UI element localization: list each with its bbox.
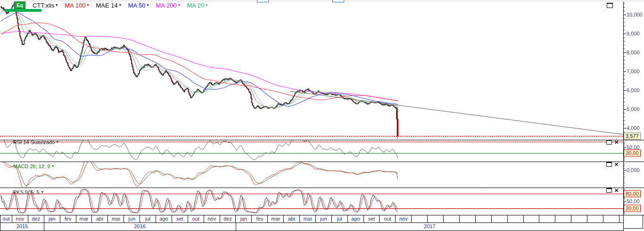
month-cell: jan (44, 215, 60, 222)
month-cell: jun (124, 215, 140, 222)
chevron-down-icon: ▾ (206, 3, 208, 7)
symbol-dropdown[interactable]: CTT:xlis ▾ (33, 2, 58, 9)
month-cell: out (0, 215, 12, 222)
ma-50-label: MA 50 (128, 2, 146, 9)
maximize-icon[interactable] (606, 162, 612, 167)
x-axis-months: outnovdezjanfevmarabrmaijunjulagosetoutn… (0, 215, 624, 223)
stoch-axis-label: 50,00 (627, 198, 640, 204)
month-cell: fev (252, 215, 268, 222)
month-cell-empty (492, 215, 508, 222)
month-cell: set (364, 215, 380, 222)
stoch-axis-label: 80,00 (624, 190, 641, 197)
chevron-down-icon: ▾ (119, 3, 121, 7)
month-cell-empty (412, 215, 428, 222)
tab-fragment (257, 0, 269, 2)
axis-corner-box (623, 215, 643, 229)
stoch-panel-controls: ✕ (606, 188, 619, 193)
month-cell: mai (300, 215, 316, 222)
stoch-panel-dropdown[interactable]: PKS 9; 5; 5 ▾ (13, 189, 43, 195)
year-cell: 2017 (236, 223, 624, 231)
chevron-down-icon: ▾ (41, 190, 43, 194)
mae-14-dropdown[interactable]: MAE 14 ▾ (96, 2, 121, 9)
y-axis-tick-label: 5,000 (627, 106, 640, 112)
price-chart-canvas[interactable] (0, 0, 644, 231)
month-cell: abr (92, 215, 108, 222)
rsi-panel-controls: ✕ (606, 140, 619, 145)
month-cell-empty (587, 215, 603, 222)
month-cell: out (188, 215, 204, 222)
month-cell: jan (236, 215, 252, 222)
chart-application-window: Eq CTT:xlis ▾ MA 100 ▾ MAE 14 ▾ MA 50 ▾ … (0, 0, 644, 231)
stoch-axis-label: 20,00 (624, 205, 641, 212)
close-icon[interactable]: ✕ (614, 140, 619, 145)
ma-20-dropdown[interactable]: MA 20 ▾ (187, 2, 208, 9)
symbol-label: CTT:xlis (33, 2, 54, 9)
chevron-down-icon: ▾ (57, 140, 58, 144)
month-cell: mai (108, 215, 124, 222)
rsi-panel-title: RSI 14 Suavizado (13, 139, 55, 145)
month-cell-empty (476, 215, 492, 222)
ma-100-label: MA 100 (65, 2, 85, 9)
month-cell: jun (316, 215, 332, 222)
mae-14-label: MAE 14 (96, 2, 117, 9)
y-axis-tick-label: 7,000 (627, 68, 640, 74)
last-price-tag: 3,577 (624, 133, 641, 140)
month-cell-empty (524, 215, 540, 222)
chevron-down-icon: ▾ (87, 3, 89, 7)
close-icon[interactable]: ✕ (614, 188, 619, 193)
y-axis-tick-label: 10,000 (627, 12, 643, 17)
rsi-axis-label: 30,00 (624, 150, 641, 157)
month-cell: dez (220, 215, 236, 222)
equity-badge[interactable]: Eq (14, 1, 25, 9)
maximize-icon[interactable] (606, 188, 612, 193)
chevron-down-icon: ▾ (147, 3, 149, 7)
month-cell: out (380, 215, 396, 222)
month-cell: mar (268, 215, 284, 222)
y-axis-tick-label: 8,000 (627, 50, 640, 55)
highlight-bar (5, 9, 41, 12)
chevron-down-icon: ▾ (56, 3, 58, 7)
chevron-down-icon: ▾ (52, 164, 54, 168)
tab-fragment (332, 0, 344, 2)
month-cell: abr (284, 215, 300, 222)
macd-panel-dropdown[interactable]: MACD 26; 12; 9 ▾ (13, 163, 54, 169)
month-cell: nov (204, 215, 220, 222)
maximize-icon[interactable] (606, 140, 612, 145)
maximize-icon[interactable] (607, 3, 613, 8)
macd-panel-title: MACD 26; 12; 9 (13, 163, 50, 169)
ma-200-dropdown[interactable]: MA 200 ▾ (156, 2, 180, 9)
month-cell: jul (140, 215, 156, 222)
chevron-down-icon: ▾ (178, 3, 180, 7)
ma-20-label: MA 20 (187, 2, 205, 9)
close-icon[interactable]: ✕ (614, 162, 619, 167)
x-axis-years: 201520162017 (0, 223, 624, 231)
month-cell: jul (332, 215, 348, 222)
stoch-panel-title: PKS 9; 5; 5 (13, 189, 40, 195)
month-cell: nov (12, 215, 28, 222)
month-cell-empty (603, 215, 619, 222)
ma-200-label: MA 200 (156, 2, 177, 9)
year-cell: 2016 (44, 223, 236, 231)
month-cell-empty (555, 215, 571, 222)
rsi-panel-dropdown[interactable]: RSI 14 Suavizado ▾ (13, 139, 58, 145)
y-axis-tick-label: 4,000 (627, 125, 640, 131)
year-cell: 2015 (0, 223, 44, 231)
month-cell-empty (571, 215, 587, 222)
month-cell: set (172, 215, 188, 222)
macd-axis-label: 0,000 (627, 167, 640, 173)
ma-50-dropdown[interactable]: MA 50 ▾ (128, 2, 149, 9)
month-cell: fev (60, 215, 76, 222)
month-cell: dez (28, 215, 44, 222)
month-cell: mar (76, 215, 92, 222)
macd-panel-controls: ✕ (606, 162, 619, 167)
month-cell: nov (396, 215, 412, 222)
month-cell-empty (508, 215, 524, 222)
y-axis-tick-label: 9,000 (627, 31, 640, 36)
month-cell: ago (348, 215, 364, 222)
month-cell-empty (460, 215, 476, 222)
month-cell-empty (539, 215, 555, 222)
month-cell: ago (156, 215, 172, 222)
month-cell-empty (444, 215, 460, 222)
chart-legend-toolbar: Eq CTT:xlis ▾ MA 100 ▾ MAE 14 ▾ MA 50 ▾ … (14, 1, 208, 9)
ma-100-dropdown[interactable]: MA 100 ▾ (65, 2, 89, 9)
